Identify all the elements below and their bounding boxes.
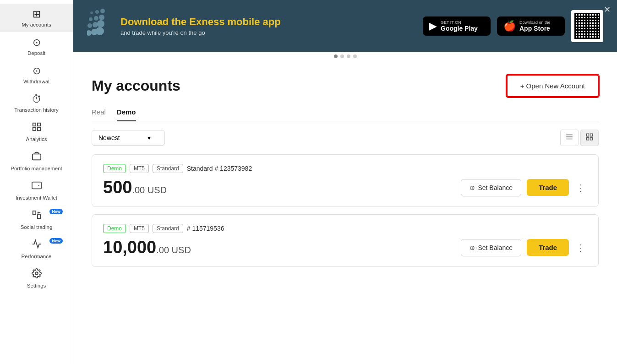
sidebar-item-label: Social trading: [21, 224, 53, 230]
svg-rect-0: [33, 123, 35, 126]
tag-mt5-1: MT5: [130, 164, 149, 173]
sidebar-item-performance[interactable]: New Performance: [0, 234, 73, 264]
svg-rect-26: [586, 138, 589, 140]
apple-icon: 🍎: [503, 20, 516, 32]
grid-icon: ⊞: [33, 8, 41, 20]
carousel-dot-4[interactable]: [353, 54, 357, 58]
svg-point-14: [99, 15, 104, 20]
banner-carousel-dots: [73, 52, 617, 61]
svg-rect-7: [37, 215, 40, 218]
balance-decimals-2: .00 USD: [156, 245, 191, 255]
sidebar-item-social-trading[interactable]: New Social trading: [0, 205, 73, 234]
sidebar-item-analytics[interactable]: Analytics: [0, 117, 73, 147]
svg-point-17: [97, 20, 104, 27]
google-play-button[interactable]: ▶ GET IT ON Google Play: [423, 16, 491, 36]
new-badge: New: [49, 209, 63, 214]
svg-rect-5: [32, 182, 41, 189]
history-icon: ⏱: [32, 93, 42, 105]
sort-dropdown[interactable]: Newest ▾: [92, 130, 165, 146]
portfolio-icon: [32, 151, 42, 164]
account-card-1: Demo MT5 Standard Standard # 123573982 5…: [92, 154, 599, 207]
chevron-down-icon: ▾: [147, 134, 151, 141]
set-balance-icon-2: ⊕: [470, 244, 475, 251]
account-name-1: Standard # 123573982: [187, 165, 252, 172]
set-balance-icon-1: ⊕: [470, 184, 475, 191]
sidebar: ⊞ My accounts ⊙ Deposit ⊙ Withdrawal ⏱ T…: [0, 0, 73, 364]
account-balance-1: 500.00 USD: [103, 178, 167, 197]
svg-rect-4: [32, 154, 40, 160]
account-tabs: Real Demo: [92, 108, 599, 121]
sidebar-item-label: Analytics: [26, 136, 47, 142]
svg-point-18: [87, 30, 92, 36]
google-play-icon: ▶: [429, 20, 437, 32]
grid-view-button[interactable]: [580, 130, 599, 146]
sidebar-item-withdrawal[interactable]: ⊙ Withdrawal: [0, 60, 73, 89]
tab-demo[interactable]: Demo: [117, 108, 136, 121]
carousel-dot-1[interactable]: [334, 54, 338, 58]
svg-rect-27: [590, 138, 593, 140]
sidebar-item-deposit[interactable]: ⊙ Deposit: [0, 32, 73, 60]
tag-mt5-2: MT5: [130, 224, 149, 233]
sort-label: Newest: [98, 134, 120, 141]
card-footer-1: 500.00 USD ⊕ Set Balance Trade ⋮: [103, 178, 587, 197]
banner-headline: Download the Exness mobile app: [120, 16, 281, 28]
promo-banner: Download the Exness mobile app and trade…: [73, 0, 617, 52]
content-area: My accounts + Open New Account Real Demo…: [73, 61, 617, 364]
exness-logo: [87, 8, 112, 43]
banner-left: Download the Exness mobile app and trade…: [87, 8, 281, 43]
content-header: My accounts + Open New Account: [92, 75, 599, 97]
deposit-icon: ⊙: [33, 37, 41, 49]
svg-point-16: [93, 22, 98, 27]
account-number-2: # 115719536: [187, 225, 224, 232]
list-view-button[interactable]: [560, 130, 579, 146]
svg-rect-25: [590, 134, 593, 136]
carousel-dot-2[interactable]: [340, 54, 344, 58]
account-card-2: Demo MT5 Standard # 115719536 10,000.00 …: [92, 214, 599, 267]
more-options-button-1[interactable]: ⋮: [574, 180, 587, 195]
sidebar-item-label: Performance: [22, 254, 52, 259]
qr-code: [571, 10, 603, 42]
svg-point-13: [94, 16, 98, 21]
tag-standard-2: Standard: [153, 224, 183, 233]
filter-bar: Newest ▾: [92, 130, 599, 146]
view-toggle: [560, 130, 599, 146]
settings-icon: [32, 268, 42, 281]
sidebar-item-label: Investment Wallet: [16, 195, 57, 201]
svg-point-11: [100, 9, 105, 13]
tag-demo-2: Demo: [103, 224, 126, 233]
svg-rect-2: [33, 128, 35, 130]
set-balance-button-2[interactable]: ⊕ Set Balance: [461, 239, 521, 256]
banner-right: ▶ GET IT ON Google Play 🍎 Download on th…: [423, 10, 603, 42]
new-badge: New: [49, 238, 63, 244]
wallet-icon: [32, 180, 42, 193]
svg-rect-3: [37, 128, 40, 130]
trade-button-2[interactable]: Trade: [527, 239, 569, 256]
sidebar-item-my-accounts[interactable]: ⊞ My accounts: [0, 4, 73, 32]
sidebar-item-portfolio-management[interactable]: Portfolio management: [0, 147, 73, 176]
card-tags-2: Demo MT5 Standard # 115719536: [103, 224, 587, 233]
balance-decimals-1: .00 USD: [132, 185, 167, 195]
tag-demo-1: Demo: [103, 164, 126, 173]
banner-close-button[interactable]: ✕: [604, 5, 611, 15]
sidebar-item-label: Settings: [27, 283, 46, 288]
trade-button-1[interactable]: Trade: [527, 179, 569, 196]
main-content: Download the Exness mobile app and trade…: [73, 0, 617, 364]
more-options-button-2[interactable]: ⋮: [574, 240, 587, 255]
sidebar-item-label: Transaction history: [14, 107, 59, 113]
carousel-dot-3[interactable]: [347, 54, 350, 58]
app-store-button[interactable]: 🍎 Download on the App Store: [497, 16, 565, 36]
svg-rect-24: [586, 134, 589, 136]
set-balance-button-1[interactable]: ⊕ Set Balance: [461, 179, 521, 196]
sidebar-item-settings[interactable]: Settings: [0, 264, 73, 293]
analytics-icon: [32, 122, 42, 135]
performance-icon: [32, 239, 42, 252]
open-new-account-button[interactable]: + Open New Account: [507, 75, 599, 97]
svg-point-12: [89, 17, 93, 21]
banner-text: Download the Exness mobile app and trade…: [120, 16, 281, 36]
svg-point-8: [35, 272, 38, 275]
tab-real[interactable]: Real: [92, 108, 106, 121]
page-title: My accounts: [92, 77, 180, 94]
card-actions-1: ⊕ Set Balance Trade ⋮: [461, 179, 587, 196]
sidebar-item-investment-wallet[interactable]: Investment Wallet: [0, 176, 73, 205]
sidebar-item-transaction-history[interactable]: ⏱ Transaction history: [0, 89, 73, 117]
